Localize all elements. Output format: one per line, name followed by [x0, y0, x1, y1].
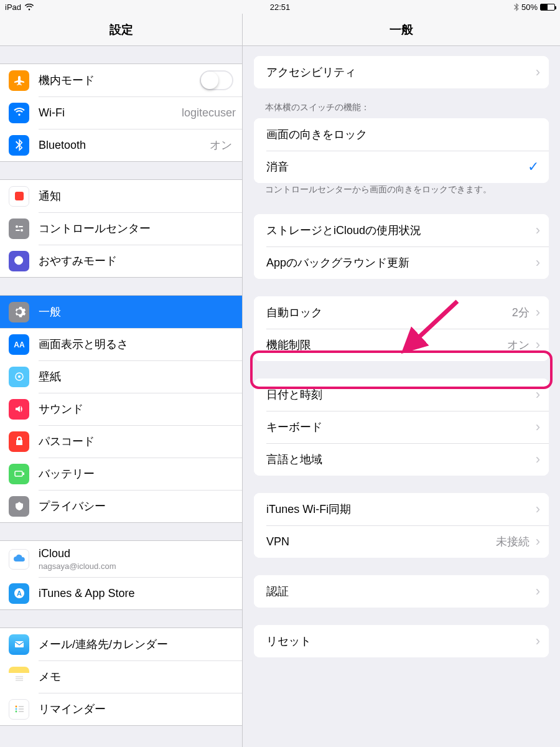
svg-rect-4	[16, 230, 20, 231]
dnd-label: おやすみモード	[39, 253, 242, 268]
notes-label: メモ	[39, 669, 242, 684]
datetime-label: 日付と時刻	[266, 387, 536, 402]
detail-item-keyboard[interactable]: キーボード ›	[254, 411, 549, 443]
dnd-icon	[9, 251, 29, 271]
detail-title: 一般	[243, 14, 560, 45]
detail-group-switch: 画面の向きをロック 消音 ✓	[254, 118, 549, 183]
detail-group-accessibility: アクセシビリティ ›	[254, 56, 549, 88]
reminders-label: リマインダー	[39, 702, 242, 716]
lock-rotation-label: 画面の向きをロック	[266, 127, 549, 142]
svg-rect-2	[19, 226, 23, 227]
mail-label: メール/連絡先/カレンダー	[39, 637, 242, 652]
sidebar-item-icloud[interactable]: iCloud nagsaya@icloud.com	[0, 541, 242, 577]
detail-item-itunes-wifi[interactable]: iTunes Wi-Fi同期 ›	[254, 493, 549, 525]
display-icon: AA	[9, 334, 29, 355]
bg-refresh-label: Appのバックグラウンド更新	[266, 255, 536, 270]
sidebar-item-control-center[interactable]: コントロールセンター	[0, 212, 242, 245]
detail-item-restrictions[interactable]: 機能制限 オン ›	[254, 329, 549, 361]
detail-item-mute[interactable]: 消音 ✓	[254, 151, 549, 183]
status-bar: iPad 22:51 50%	[0, 0, 560, 14]
detail-item-cert[interactable]: 認証 ›	[254, 575, 549, 608]
battery-pct: 50%	[521, 2, 538, 12]
sidebar-item-dnd[interactable]: おやすみモード	[0, 245, 242, 277]
detail-item-reset[interactable]: リセット ›	[254, 625, 549, 657]
sidebar-item-airplane[interactable]: 機内モード	[0, 64, 242, 96]
privacy-icon	[9, 496, 29, 517]
sidebar-item-battery[interactable]: バッテリー	[0, 458, 242, 490]
accessibility-label: アクセシビリティ	[266, 65, 536, 80]
autolock-value: 2分	[512, 305, 530, 320]
chevron-right-icon: ›	[536, 255, 540, 271]
detail-group-reset: リセット ›	[254, 625, 549, 657]
checkmark-icon: ✓	[528, 159, 539, 175]
sidebar-item-general[interactable]: 一般	[0, 296, 242, 328]
detail-item-vpn[interactable]: VPN 未接続 ›	[254, 525, 549, 558]
itunes-wifi-label: iTunes Wi-Fi同期	[266, 502, 536, 517]
chevron-right-icon: ›	[536, 387, 540, 403]
switch-footer: コントロールセンターから画面の向きをロックできます。	[243, 184, 560, 200]
mail-icon	[9, 634, 29, 655]
mute-label: 消音	[266, 159, 528, 174]
keyboard-label: キーボード	[266, 420, 536, 435]
detail-group-sync: iTunes Wi-Fi同期 › VPN 未接続 ›	[254, 493, 549, 558]
language-label: 言語と地域	[266, 452, 536, 467]
svg-rect-12	[15, 641, 24, 647]
chevron-right-icon: ›	[536, 337, 540, 353]
airplane-toggle[interactable]	[200, 70, 233, 90]
detail-item-lock-rotation[interactable]: 画面の向きをロック	[254, 118, 549, 151]
detail-pane: アクセシビリティ › 本体横のスイッチの機能： 画面の向きをロック 消音 ✓ コ…	[243, 46, 560, 747]
wifi-settings-icon	[9, 103, 29, 123]
sidebar-item-wifi[interactable]: Wi-Fi logitecuser	[0, 96, 242, 129]
sidebar-item-mail[interactable]: メール/連絡先/カレンダー	[0, 628, 242, 660]
detail-item-autolock[interactable]: 自動ロック 2分 ›	[254, 296, 549, 329]
sidebar-item-itunes[interactable]: A iTunes & App Store	[0, 577, 242, 609]
sidebar-item-wallpaper[interactable]: 壁紙	[0, 360, 242, 393]
sidebar-item-display[interactable]: AA 画面表示と明るさ	[0, 328, 242, 360]
svg-point-16	[15, 706, 17, 708]
chevron-right-icon: ›	[536, 451, 540, 467]
svg-rect-0	[15, 192, 24, 200]
detail-group-autolock: 自動ロック 2分 › 機能制限 オン ›	[254, 296, 549, 361]
sidebar-item-passcode[interactable]: パスコード	[0, 425, 242, 458]
wallpaper-label: 壁紙	[39, 369, 242, 384]
detail-item-bg-refresh[interactable]: Appのバックグラウンド更新 ›	[254, 247, 549, 279]
chevron-right-icon: ›	[536, 304, 540, 321]
switch-caption: 本体横のスイッチの機能：	[243, 102, 560, 118]
sidebar-item-bluetooth[interactable]: Bluetooth オン	[0, 129, 242, 161]
svg-point-1	[16, 225, 18, 228]
sidebar-item-privacy[interactable]: プライバシー	[0, 490, 242, 522]
display-label: 画面表示と明るさ	[39, 337, 242, 352]
sidebar-item-reminders[interactable]: リマインダー	[0, 693, 242, 725]
icloud-label: iCloud	[39, 547, 242, 560]
chevron-right-icon: ›	[536, 222, 540, 238]
sidebar-group-accounts: iCloud nagsaya@icloud.com A iTunes & App…	[0, 540, 242, 610]
device-label: iPad	[5, 2, 21, 12]
chevron-right-icon: ›	[536, 501, 540, 517]
sidebar-item-notifications[interactable]: 通知	[0, 180, 242, 212]
sounds-label: サウンド	[39, 402, 242, 416]
passcode-label: パスコード	[39, 434, 242, 449]
chevron-right-icon: ›	[536, 533, 540, 550]
detail-item-storage[interactable]: ストレージとiCloudの使用状況 ›	[254, 214, 549, 247]
svg-rect-8	[15, 471, 22, 476]
cert-label: 認証	[266, 584, 536, 599]
detail-item-language[interactable]: 言語と地域 ›	[254, 443, 549, 476]
sounds-icon	[9, 399, 29, 420]
svg-rect-9	[23, 472, 24, 475]
general-label: 一般	[39, 304, 242, 319]
sidebar-item-notes[interactable]: メモ	[0, 660, 242, 693]
svg-point-3	[21, 229, 23, 232]
vpn-label: VPN	[266, 535, 496, 548]
battery-label: バッテリー	[39, 466, 242, 481]
detail-item-accessibility[interactable]: アクセシビリティ ›	[254, 56, 549, 88]
notes-icon	[9, 667, 29, 687]
reset-label: リセット	[266, 634, 536, 649]
bluetooth-settings-icon	[9, 135, 29, 156]
autolock-label: 自動ロック	[266, 305, 512, 320]
chevron-right-icon: ›	[536, 583, 540, 599]
detail-item-datetime[interactable]: 日付と時刻 ›	[254, 378, 549, 411]
sidebar-item-sounds[interactable]: サウンド	[0, 393, 242, 425]
bluetooth-label: Bluetooth	[39, 139, 210, 152]
svg-text:A: A	[17, 590, 22, 597]
icloud-icon	[9, 549, 29, 570]
